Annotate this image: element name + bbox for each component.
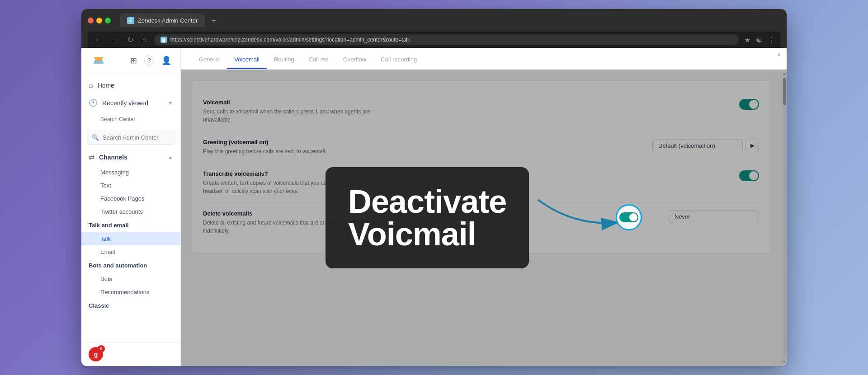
transcribe-toggle[interactable] <box>739 170 759 181</box>
help-icon[interactable]: ? <box>144 56 154 66</box>
voicemail-description: Send calls to voicemail when the callers… <box>203 108 393 124</box>
tab-favicon: Z <box>127 17 134 24</box>
more-options-icon[interactable]: ⋮ <box>768 36 775 44</box>
tab-call-me[interactable]: Call me <box>302 56 336 69</box>
browser-window: Z Zendesk Admin Center + ← → ↻ ⌂ https:/… <box>81 9 787 366</box>
zendesk-logo <box>90 52 107 69</box>
clock-icon: 🕐 <box>89 98 98 107</box>
search-input[interactable] <box>103 134 179 141</box>
tabs-bar: General Voicemail Routing Call me Overfl… <box>181 48 787 70</box>
scrollbar: ▲ ▼ <box>781 70 787 366</box>
delete-dropdown[interactable]: Never <box>669 210 759 223</box>
sidebar-top-bar: ⊞ ? 👤 <box>81 48 180 73</box>
greeting-select-control: Default (voicemail on) ▶ <box>652 139 759 152</box>
recently-viewed-label: Recently viewed <box>102 99 148 107</box>
channels-icon: ⇄ <box>89 153 94 161</box>
delete-description: Delete all existing and future voicemail… <box>203 219 393 235</box>
extensions-icon[interactable]: ☯ <box>756 36 762 44</box>
scroll-track <box>783 78 786 358</box>
sidebar-item-email[interactable]: Email <box>81 245 180 258</box>
sidebar-item-recently-viewed[interactable]: 🕐 Recently viewed ▼ <box>81 94 180 112</box>
browser-controls: Z Zendesk Admin Center + <box>88 14 780 27</box>
channels-label: Channels <box>99 154 127 161</box>
sidebar-section-bots: Bots and automation <box>81 258 180 272</box>
greeting-label: Greeting (voicemail on) Play this greeti… <box>203 139 642 155</box>
sidebar-item-home[interactable]: ⌂ Home <box>81 77 180 94</box>
sidebar-item-bots[interactable]: Bots <box>81 272 180 286</box>
address-bar[interactable]: https://selectivehardwarehelp.zendesk.co… <box>154 34 739 45</box>
main-content: General Voicemail Routing Call me Overfl… <box>181 48 787 366</box>
chevron-down-icon: ▼ <box>168 100 173 106</box>
scroll-down-btn[interactable]: ▼ <box>782 360 786 364</box>
profile-icon[interactable]: 👤 <box>161 56 171 66</box>
avatar-badge[interactable]: g 6 <box>89 347 103 361</box>
content-panel: Voicemail Send calls to voicemail when t… <box>181 70 787 366</box>
close-traffic-light[interactable] <box>88 18 94 23</box>
delete-title: Delete voicemails <box>203 210 658 217</box>
forward-button[interactable]: → <box>109 35 120 45</box>
sidebar-item-facebook-pages[interactable]: Facebook Pages <box>81 192 180 205</box>
recently-viewed-left: 🕐 Recently viewed <box>89 98 148 107</box>
tab-general[interactable]: General <box>192 56 227 69</box>
greeting-description: Play this greeting before calls are sent… <box>203 147 393 155</box>
new-tab-button[interactable]: + <box>208 14 220 27</box>
home-button[interactable]: ⌂ <box>141 35 149 45</box>
sidebar-item-recommendations[interactable]: Recommendations <box>81 286 180 299</box>
transcribe-description: Create written, text copies of voicemail… <box>203 179 393 195</box>
voicemail-toggle[interactable] <box>739 99 759 110</box>
transcribe-row: Transcribe voicemails? Create written, t… <box>203 163 759 203</box>
sidebar-item-messaging[interactable]: Messaging <box>81 166 180 179</box>
active-tab[interactable]: Z Zendesk Admin Center <box>120 14 205 27</box>
browser-tabs: Z Zendesk Admin Center + <box>120 14 220 27</box>
panel-scroll[interactable]: Voicemail Send calls to voicemail when t… <box>181 70 781 366</box>
app-layout: ⊞ ? 👤 ⌂ Home 🕐 Recently viewed <box>81 48 787 366</box>
channels-left: ⇄ Channels <box>89 153 127 161</box>
url-text: https://selectivehardwarehelp.zendesk.co… <box>170 37 410 43</box>
refresh-button[interactable]: ↻ <box>126 35 135 45</box>
sidebar-item-channels[interactable]: ⇄ Channels ▲ <box>81 148 180 166</box>
sidebar-item-text[interactable]: Text <box>81 179 180 192</box>
scroll-arrows: ▲ <box>777 52 781 56</box>
play-greeting-button[interactable]: ▶ <box>745 139 759 152</box>
recently-item-search-center[interactable]: Search Center <box>81 113 180 125</box>
bots-label: Bots and automation <box>89 262 147 269</box>
voicemail-toggle-control <box>739 99 759 110</box>
sidebar-item-twitter-accounts[interactable]: Twitter accounts <box>81 205 180 218</box>
channels-chevron-icon: ▲ <box>168 154 173 160</box>
back-button[interactable]: ← <box>93 35 104 45</box>
tab-voicemail[interactable]: Voicemail <box>227 56 267 69</box>
apps-grid-icon[interactable]: ⊞ <box>130 56 137 66</box>
voicemail-section: Voicemail Send calls to voicemail when t… <box>192 80 770 253</box>
classic-label: Classic <box>89 302 109 309</box>
search-box[interactable]: 🔍 <box>87 131 175 145</box>
notification-badge: 6 <box>98 345 105 352</box>
tab-call-recording[interactable]: Call recording <box>373 56 424 69</box>
scroll-up-btn[interactable]: ▲ <box>782 71 786 76</box>
traffic-lights <box>88 18 111 23</box>
transcribe-control <box>739 170 759 181</box>
greeting-title: Greeting (voicemail on) <box>203 139 642 145</box>
content-tabs: General Voicemail Routing Call me Overfl… <box>192 56 424 69</box>
voicemail-row: Voicemail Send calls to voicemail when t… <box>203 92 759 131</box>
greeting-dropdown[interactable]: Default (voicemail on) <box>652 139 743 152</box>
scroll-thumb[interactable] <box>783 78 786 105</box>
delete-row: Delete voicemails Delete all existing an… <box>203 203 759 242</box>
browser-chrome: Z Zendesk Admin Center + ← → ↻ ⌂ https:/… <box>81 9 787 48</box>
bookmark-icon[interactable]: ★ <box>744 36 750 44</box>
sidebar-nav: ⌂ Home 🕐 Recently viewed ▼ Search Center <box>81 73 180 342</box>
tab-title: Zendesk Admin Center <box>138 17 198 24</box>
search-icon: 🔍 <box>92 134 99 141</box>
greeting-row: Greeting (voicemail on) Play this greeti… <box>203 131 759 163</box>
sidebar-footer: g 6 <box>81 342 180 366</box>
greeting-control: Default (voicemail on) ▶ <box>652 139 759 152</box>
maximize-traffic-light[interactable] <box>105 18 111 23</box>
sidebar-item-talk[interactable]: Talk <box>81 232 180 245</box>
transcribe-title: Transcribe voicemails? <box>203 170 728 177</box>
recently-viewed-section: Search Center <box>81 112 180 127</box>
minimize-traffic-light[interactable] <box>96 18 102 23</box>
tab-routing[interactable]: Routing <box>267 56 302 69</box>
scroll-up-arrow[interactable]: ▲ <box>777 52 781 56</box>
sidebar-section-classic: Classic <box>81 299 180 313</box>
tab-overflow[interactable]: Overflow <box>336 56 373 69</box>
sidebar-section-talk-email: Talk and email <box>81 218 180 232</box>
